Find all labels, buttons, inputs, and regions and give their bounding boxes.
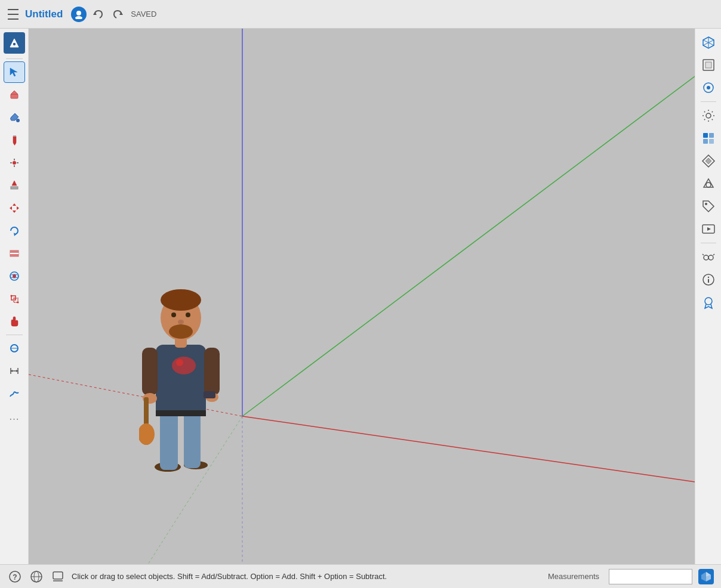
scale-tool-button[interactable] <box>4 288 25 310</box>
svg-point-79 <box>706 182 711 187</box>
svg-rect-97 <box>53 572 63 579</box>
svg-marker-20 <box>13 211 16 213</box>
line-tool-button[interactable] <box>4 129 25 151</box>
freehand-tool-button[interactable] <box>4 383 25 404</box>
svg-rect-53 <box>142 348 158 395</box>
paint-tool-button[interactable] <box>4 107 25 128</box>
svg-point-8 <box>16 119 20 122</box>
svg-marker-10 <box>13 143 16 146</box>
svg-point-58 <box>161 295 201 341</box>
shape-button[interactable] <box>698 174 719 194</box>
redo-button[interactable] <box>110 7 125 21</box>
undo-button[interactable] <box>91 7 106 21</box>
svg-point-4 <box>13 42 16 46</box>
viewport-canvas <box>29 29 695 564</box>
svg-point-83 <box>704 255 708 260</box>
svg-point-74 <box>707 86 710 89</box>
right-toolbar-separator <box>701 101 716 102</box>
svg-rect-6 <box>11 94 18 98</box>
svg-point-80 <box>705 203 707 205</box>
svg-marker-21 <box>10 206 12 210</box>
components-button[interactable] <box>698 128 719 148</box>
svg-rect-50 <box>156 345 206 416</box>
bottombar: ? Click or drag to select objects. Shift… <box>0 564 721 588</box>
left-toolbar: … <box>0 29 29 564</box>
svg-point-61 <box>171 312 176 317</box>
svg-point-47 <box>184 461 208 469</box>
svg-rect-48 <box>160 410 178 470</box>
svg-point-59 <box>161 289 201 311</box>
cursor-icon <box>50 569 66 584</box>
document-title: Untitled <box>25 8 63 20</box>
svg-point-31 <box>10 295 12 297</box>
measurements-input[interactable] <box>609 569 692 584</box>
svg-marker-5 <box>10 68 17 76</box>
section-tool-button[interactable] <box>4 243 25 264</box>
user-avatar[interactable] <box>71 7 87 22</box>
orbit-tool-button[interactable] <box>4 265 25 287</box>
svg-point-91 <box>705 298 712 305</box>
svg-rect-67 <box>204 391 215 398</box>
inspector-button[interactable] <box>698 247 719 267</box>
svg-point-32 <box>17 302 19 304</box>
svg-line-85 <box>702 254 704 255</box>
svg-marker-19 <box>13 203 16 206</box>
plugin-tool-button[interactable] <box>4 32 25 54</box>
pushpull-tool-button[interactable] <box>4 175 25 196</box>
svg-point-84 <box>708 255 713 260</box>
svg-rect-11 <box>13 135 16 137</box>
right-toolbar-separator-2 <box>701 243 716 243</box>
svg-point-52 <box>176 359 183 366</box>
svg-rect-54 <box>204 348 220 395</box>
svg-point-55 <box>143 393 157 404</box>
globe-button[interactable] <box>29 569 44 584</box>
rotate-tool-button[interactable] <box>4 220 25 242</box>
viewport[interactable] <box>29 29 695 564</box>
select-tool-button[interactable] <box>4 61 25 83</box>
svg-rect-66 <box>156 410 206 416</box>
svg-marker-3 <box>119 12 123 15</box>
sketchup-logo[interactable] <box>698 569 714 584</box>
svg-point-1 <box>75 16 82 19</box>
svg-rect-72 <box>705 62 711 68</box>
svg-point-0 <box>76 11 81 16</box>
svg-rect-9 <box>13 136 16 143</box>
svg-text:?: ? <box>13 573 17 581</box>
more-tools-button[interactable]: … <box>4 406 25 427</box>
titlebar: Untitled SAVED <box>0 0 721 29</box>
svg-point-51 <box>172 357 196 375</box>
settings-button[interactable] <box>698 106 719 126</box>
svg-rect-17 <box>11 187 18 189</box>
materials-button[interactable] <box>698 151 719 171</box>
svg-point-65 <box>139 423 155 445</box>
main-area: … <box>0 29 721 564</box>
extensions-button[interactable] <box>698 292 719 312</box>
svg-point-12 <box>13 161 16 165</box>
dimension-tool-button[interactable] <box>4 360 25 382</box>
svg-point-63 <box>178 320 184 324</box>
help-button[interactable]: ? <box>7 569 23 584</box>
svg-line-41 <box>242 76 695 416</box>
iso-view-button[interactable] <box>698 32 719 52</box>
scenes-button[interactable] <box>698 219 719 239</box>
point-tool-button[interactable] <box>4 152 25 174</box>
svg-rect-49 <box>184 410 201 468</box>
front-view-button[interactable] <box>698 78 719 98</box>
eraser-tool-button[interactable] <box>4 84 25 106</box>
menu-button[interactable] <box>6 7 20 21</box>
svg-marker-2 <box>93 12 97 15</box>
save-status: SAVED <box>131 10 156 18</box>
tape-tool-button[interactable] <box>4 338 25 359</box>
toolbar-separator-2 <box>6 335 23 335</box>
svg-rect-78 <box>709 139 714 144</box>
svg-marker-23 <box>14 233 16 236</box>
top-view-button[interactable] <box>698 55 719 75</box>
svg-line-44 <box>148 416 242 564</box>
svg-line-43 <box>29 375 242 416</box>
pan-tool-button[interactable] <box>4 311 25 332</box>
move-tool-button[interactable] <box>4 197 25 219</box>
tags-button[interactable] <box>698 196 719 216</box>
svg-rect-75 <box>703 133 708 138</box>
svg-point-56 <box>205 392 218 402</box>
info-button[interactable] <box>698 270 719 290</box>
